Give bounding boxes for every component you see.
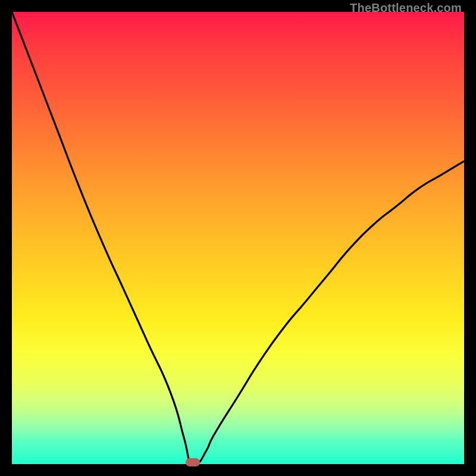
watermark-text: TheBottleneck.com: [350, 1, 462, 15]
optimal-marker: [186, 458, 200, 466]
bottleneck-curve: [12, 12, 464, 464]
curve-path: [12, 12, 464, 464]
